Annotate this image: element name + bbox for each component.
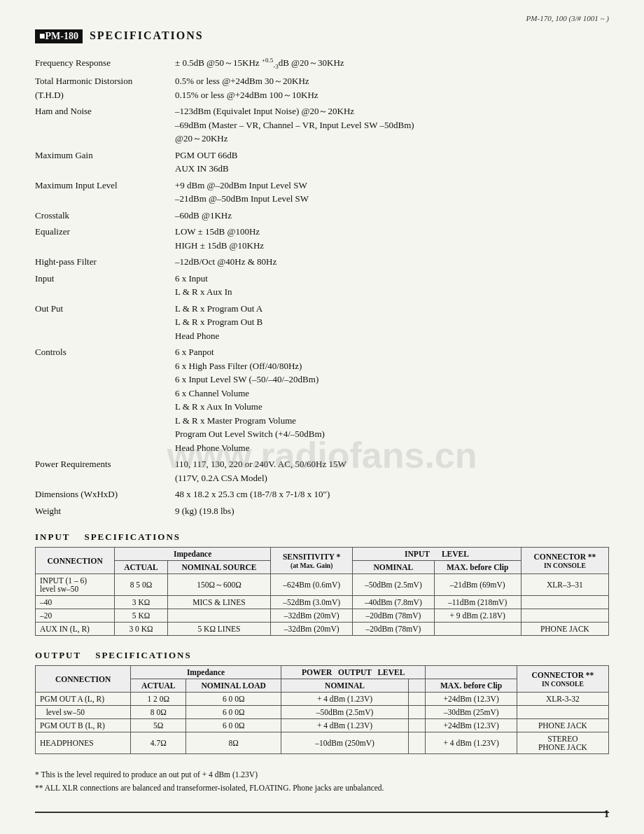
spec-label: Power Requirements (35, 457, 175, 485)
td-connection: level sw–50 (36, 706, 131, 719)
td-connector: PHONE JACK (521, 623, 608, 636)
input-heading1: INPUT (35, 531, 70, 543)
th-connection: CONNECTION (36, 548, 115, 574)
th-input-level: INPUT LEVEL (353, 548, 522, 561)
table-header-row1: CONNECTION Impedance SENSITIVITY *(at Ma… (36, 548, 609, 561)
th-connector2: CONNECTOR **IN CONSOLE (517, 666, 608, 693)
table-header-row1: CONNECTION Impedance POWER OUTPUT LEVEL … (36, 666, 609, 679)
td-sensitivity: –52dBm (3.0mV) (271, 596, 353, 609)
td-nominal: –50dBm (2.5mV) (281, 706, 408, 719)
output-heading1: OUTPUT (35, 650, 81, 661)
th-nominal-source: NOMINAL SOURCE (167, 561, 270, 574)
bottom-line (35, 812, 609, 813)
spec-label: Weight (35, 504, 175, 518)
th-max-before-clip: MAX. before Clip (426, 679, 517, 693)
model-box: ■PM-180 (35, 29, 83, 43)
th-impedance: Impedance (131, 666, 281, 679)
output-table: CONNECTION Impedance POWER OUTPUT LEVEL … (35, 665, 609, 754)
output-heading2: SPECIFICATIONS (95, 650, 192, 661)
th-connector: CONNECTOR **IN CONSOLE (521, 548, 608, 574)
spec-row-hpf: Hight-pass Filter –12dB/Oct @40Hz & 80Hz (35, 255, 609, 269)
td-nominal: –20dBm (78mV) (353, 609, 434, 623)
footnotes-section: * This is the level required to produce … (35, 768, 609, 794)
header-text: PM-170, 100 (3/# 1001 ~ ) (526, 14, 609, 22)
td-max-clip: –30dBm (25mV) (426, 706, 517, 719)
th-nominal2: NOMINAL (281, 679, 408, 693)
spec-value: LOW ± 15dB @100Hz HIGH ± 15dB @10KHz (175, 225, 609, 252)
table-row: HEADPHONES 4.7Ω 8Ω –10dBm (250mV) + 4 dB… (36, 732, 609, 754)
td-nominal: –20dBm (78mV) (353, 623, 434, 636)
spec-value: –123dBm (Equivalet Input Noise) @20～20KH… (175, 104, 609, 146)
td-max-clip: + 4 dBm (1.23V) (426, 732, 517, 754)
td-actual: 8 5 0Ω (115, 574, 168, 596)
td-connector (521, 596, 608, 609)
td-max-clip: +24dBm (12.3V) (426, 719, 517, 732)
spec-label: Equalizer (35, 225, 175, 252)
top-header: PM-170, 100 (3/# 1001 ~ ) (35, 14, 609, 22)
th-actual: ACTUAL (115, 561, 168, 574)
spec-value: L & R x Program Out A L & R x Program Ou… (175, 302, 609, 343)
spec-label: Dimensions (WxHxD) (35, 487, 175, 501)
td-spacer (409, 706, 426, 719)
table-row: –40 3 KΩ MICS & LINES –52dBm (3.0mV) –40… (36, 596, 609, 609)
td-max-clip: –11dBm (218mV) (434, 596, 521, 609)
td-nominal: + 4 dBm (1.23V) (281, 693, 408, 706)
td-nominal-load: 8Ω (186, 732, 281, 754)
spec-value: 110, 117, 130, 220 or 240V. AC, 50/60Hz … (175, 457, 609, 485)
spec-label: Hight-pass Filter (35, 255, 175, 269)
table-row: level sw–50 8 0Ω 6 0 0Ω –50dBm (2.5mV) –… (36, 706, 609, 719)
td-connection: –40 (36, 596, 115, 609)
input-heading2: SPECIFICATIONS (84, 531, 181, 543)
spec-value: PGM OUT 66dB AUX IN 36dB (175, 148, 609, 176)
td-nominal-load: 6 0 0Ω (186, 706, 281, 719)
td-actual: 5 KΩ (115, 609, 168, 623)
table-row: –20 5 KΩ –32dBm (20mV) –20dBm (78mV) + 9… (36, 609, 609, 623)
spec-value: +9 dBm @–20dBm Input Level SW –21dBm @–5… (175, 179, 609, 206)
td-connector: XLR-3-32 (517, 693, 608, 706)
table-row: PGM OUT B (L, R) 5Ω 6 0 0Ω + 4 dBm (1.23… (36, 719, 609, 732)
td-nominal: –50dBm (2.5mV) (353, 574, 434, 596)
spec-row-power: Power Requirements 110, 117, 130, 220 or… (35, 457, 609, 485)
td-max-clip: +24dBm (12.3V) (426, 693, 517, 706)
td-nominal: + 4 dBm (1.23V) (281, 719, 408, 732)
td-actual: 3 KΩ (115, 596, 168, 609)
th-nominal: NOMINAL (353, 561, 434, 574)
td-connector: PHONE JACK (517, 719, 608, 732)
spec-row-ham: Ham and Noise –123dBm (Equivalet Input N… (35, 104, 609, 146)
td-actual: 8 0Ω (131, 706, 186, 719)
td-nominal: –10dBm (250mV) (281, 732, 408, 754)
td-nominal: –40dBm (7.8mV) (353, 596, 434, 609)
spec-value: ± 0.5dB @50～15KHz +0.5-3dB @20～30KHz (175, 56, 609, 71)
spec-value: 6 x Panpot 6 x High Pass Filter (Off/40/… (175, 345, 609, 454)
td-connection: –20 (36, 609, 115, 623)
spec-row-controls: Controls 6 x Panpot 6 x High Pass Filter… (35, 345, 609, 454)
spec-label: Ham and Noise (35, 104, 175, 146)
spec-value: 48 x 18.2 x 25.3 cm (18-7/8 x 7-1/8 x 10… (175, 487, 609, 501)
td-connection: AUX IN (L, R) (36, 623, 115, 636)
input-section-header: INPUT SPECIFICATIONS (35, 531, 609, 543)
td-connector (517, 706, 608, 719)
th-impedance: Impedance (115, 548, 271, 561)
td-spacer (409, 732, 426, 754)
td-connector: STEREOPHONE JACK (517, 732, 608, 754)
td-spacer (409, 693, 426, 706)
th-power-output-level: POWER OUTPUT LEVEL (281, 666, 425, 679)
th-connection: CONNECTION (36, 666, 131, 693)
spec-row-weight: Weight 9 (kg) (19.8 lbs) (35, 504, 609, 518)
th-sensitivity: SENSITIVITY *(at Max. Gain) (271, 548, 353, 574)
td-spacer (409, 719, 426, 732)
th-nominal-load: NOMINAL LOAD (186, 679, 281, 693)
td-connection: PGM OUT B (L, R) (36, 719, 131, 732)
spec-row-maxinput: Maximum Input Level +9 dBm @–20dBm Input… (35, 179, 609, 206)
footnote2: ** ALL XLR connections are balanced and … (35, 781, 609, 794)
spec-label: Controls (35, 345, 175, 454)
td-sensitivity: –32dBm (20mV) (271, 623, 353, 636)
output-section-header: OUTPUT SPECIFICATIONS (35, 650, 609, 661)
input-specs-section: INPUT SPECIFICATIONS CONNECTION Impedanc… (35, 531, 609, 636)
spec-label: Maximum Gain (35, 148, 175, 176)
spec-label: Maximum Input Level (35, 179, 175, 206)
td-nominal-source: MICS & LINES (167, 596, 270, 609)
spec-row-dimensions: Dimensions (WxHxD) 48 x 18.2 x 25.3 cm (… (35, 487, 609, 501)
td-nominal-load: 6 0 0Ω (186, 719, 281, 732)
spec-row-input: Input 6 x Input L & R x Aux In (35, 272, 609, 299)
